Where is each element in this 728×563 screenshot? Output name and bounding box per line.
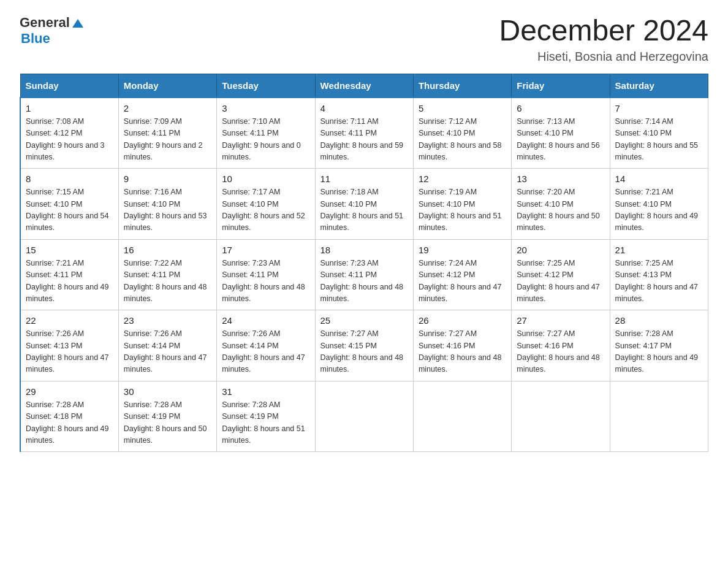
header-cell-tuesday: Tuesday [217,74,315,98]
day-number: 19 [419,245,506,255]
day-number: 27 [517,315,604,326]
day-info: Sunrise: 7:24 AMSunset: 4:12 PMDaylight:… [419,259,502,303]
calendar-week-5: 29 Sunrise: 7:28 AMSunset: 4:18 PMDaylig… [20,381,708,452]
day-info: Sunrise: 7:11 AMSunset: 4:11 PMDaylight:… [320,117,404,161]
day-info: Sunrise: 7:09 AMSunset: 4:11 PMDaylight:… [124,117,203,161]
day-number: 13 [517,174,604,184]
day-number: 28 [615,315,703,326]
day-number: 20 [517,245,604,255]
calendar-cell: 26 Sunrise: 7:27 AMSunset: 4:16 PMDaylig… [413,310,511,381]
calendar-week-1: 1 Sunrise: 7:08 AMSunset: 4:12 PMDayligh… [20,98,708,169]
header-cell-wednesday: Wednesday [315,74,413,98]
calendar-cell: 16 Sunrise: 7:22 AMSunset: 4:11 PMDaylig… [118,239,216,310]
page-subtitle: Hiseti, Bosnia and Herzegovina [499,50,708,64]
calendar-cell: 4 Sunrise: 7:11 AMSunset: 4:11 PMDayligh… [315,98,413,169]
day-number: 6 [517,103,604,113]
day-info: Sunrise: 7:21 AMSunset: 4:10 PMDaylight:… [615,188,699,232]
calendar-cell: 14 Sunrise: 7:21 AMSunset: 4:10 PMDaylig… [610,169,708,240]
day-info: Sunrise: 7:28 AMSunset: 4:19 PMDaylight:… [222,400,305,445]
day-info: Sunrise: 7:13 AMSunset: 4:10 PMDaylight:… [517,117,600,161]
day-info: Sunrise: 7:22 AMSunset: 4:11 PMDaylight:… [124,259,207,303]
header-cell-saturday: Saturday [610,74,708,98]
day-number: 10 [222,174,309,184]
day-info: Sunrise: 7:26 AMSunset: 4:13 PMDaylight:… [26,329,109,373]
header-cell-thursday: Thursday [413,74,511,98]
calendar-cell: 27 Sunrise: 7:27 AMSunset: 4:16 PMDaylig… [512,310,610,381]
calendar-cell: 25 Sunrise: 7:27 AMSunset: 4:15 PMDaylig… [315,310,413,381]
calendar-cell: 1 Sunrise: 7:08 AMSunset: 4:12 PMDayligh… [20,98,118,169]
calendar-cell: 6 Sunrise: 7:13 AMSunset: 4:10 PMDayligh… [512,98,610,169]
day-info: Sunrise: 7:08 AMSunset: 4:12 PMDaylight:… [26,117,105,161]
calendar-cell: 7 Sunrise: 7:14 AMSunset: 4:10 PMDayligh… [610,98,708,169]
logo: General Blue [20,15,83,47]
calendar-cell: 29 Sunrise: 7:28 AMSunset: 4:18 PMDaylig… [20,381,118,452]
day-number: 21 [615,245,703,255]
day-number: 18 [320,245,408,255]
calendar-cell [610,381,708,452]
calendar-cell [512,381,610,452]
day-info: Sunrise: 7:27 AMSunset: 4:16 PMDaylight:… [419,329,502,373]
day-number: 7 [615,103,703,113]
calendar-cell: 22 Sunrise: 7:26 AMSunset: 4:13 PMDaylig… [20,310,118,381]
calendar-cell [413,381,511,452]
day-info: Sunrise: 7:23 AMSunset: 4:11 PMDaylight:… [320,259,404,303]
day-number: 8 [26,174,113,184]
logo-blue-text: Blue [21,31,50,47]
day-number: 14 [615,174,703,184]
calendar-cell: 30 Sunrise: 7:28 AMSunset: 4:19 PMDaylig… [118,381,216,452]
day-info: Sunrise: 7:28 AMSunset: 4:19 PMDaylight:… [124,400,207,445]
calendar-cell: 21 Sunrise: 7:25 AMSunset: 4:13 PMDaylig… [610,239,708,310]
calendar-cell: 18 Sunrise: 7:23 AMSunset: 4:11 PMDaylig… [315,239,413,310]
calendar-cell: 17 Sunrise: 7:23 AMSunset: 4:11 PMDaylig… [217,239,315,310]
calendar-cell: 23 Sunrise: 7:26 AMSunset: 4:14 PMDaylig… [118,310,216,381]
day-number: 11 [320,174,408,184]
calendar-cell: 19 Sunrise: 7:24 AMSunset: 4:12 PMDaylig… [413,239,511,310]
day-number: 3 [222,103,309,113]
calendar-week-4: 22 Sunrise: 7:26 AMSunset: 4:13 PMDaylig… [20,310,708,381]
day-info: Sunrise: 7:17 AMSunset: 4:10 PMDaylight:… [222,188,305,232]
day-info: Sunrise: 7:19 AMSunset: 4:10 PMDaylight:… [419,188,502,232]
logo-triangle-icon [72,19,83,28]
calendar-cell: 10 Sunrise: 7:17 AMSunset: 4:10 PMDaylig… [217,169,315,240]
calendar-cell: 3 Sunrise: 7:10 AMSunset: 4:11 PMDayligh… [217,98,315,169]
day-info: Sunrise: 7:16 AMSunset: 4:10 PMDaylight:… [124,188,207,232]
day-info: Sunrise: 7:18 AMSunset: 4:10 PMDaylight:… [320,188,404,232]
day-number: 22 [26,315,113,326]
header-cell-sunday: Sunday [20,74,118,98]
calendar-cell: 2 Sunrise: 7:09 AMSunset: 4:11 PMDayligh… [118,98,216,169]
calendar-header: SundayMondayTuesdayWednesdayThursdayFrid… [20,74,708,98]
day-number: 30 [124,386,211,397]
calendar-cell: 15 Sunrise: 7:21 AMSunset: 4:11 PMDaylig… [20,239,118,310]
calendar-cell: 31 Sunrise: 7:28 AMSunset: 4:19 PMDaylig… [217,381,315,452]
day-number: 16 [124,245,211,255]
calendar-cell: 12 Sunrise: 7:19 AMSunset: 4:10 PMDaylig… [413,169,511,240]
day-info: Sunrise: 7:15 AMSunset: 4:10 PMDaylight:… [26,188,109,232]
day-info: Sunrise: 7:28 AMSunset: 4:18 PMDaylight:… [26,400,109,445]
header-cell-friday: Friday [512,74,610,98]
day-number: 4 [320,103,408,113]
calendar-week-2: 8 Sunrise: 7:15 AMSunset: 4:10 PMDayligh… [20,169,708,240]
calendar-cell [315,381,413,452]
day-info: Sunrise: 7:21 AMSunset: 4:11 PMDaylight:… [26,259,109,303]
title-section: December 2024 Hiseti, Bosnia and Herzego… [499,15,708,64]
day-number: 23 [124,315,211,326]
calendar-cell: 8 Sunrise: 7:15 AMSunset: 4:10 PMDayligh… [20,169,118,240]
day-info: Sunrise: 7:27 AMSunset: 4:15 PMDaylight:… [320,329,404,373]
day-number: 9 [124,174,211,184]
day-number: 29 [26,386,113,397]
calendar-cell: 5 Sunrise: 7:12 AMSunset: 4:10 PMDayligh… [413,98,511,169]
calendar-body: 1 Sunrise: 7:08 AMSunset: 4:12 PMDayligh… [20,98,708,452]
page-header: General Blue December 2024 Hiseti, Bosni… [20,15,708,64]
day-info: Sunrise: 7:26 AMSunset: 4:14 PMDaylight:… [222,329,305,373]
day-number: 15 [26,245,113,255]
day-info: Sunrise: 7:20 AMSunset: 4:10 PMDaylight:… [517,188,600,232]
calendar-cell: 9 Sunrise: 7:16 AMSunset: 4:10 PMDayligh… [118,169,216,240]
day-number: 5 [419,103,506,113]
day-number: 2 [124,103,211,113]
day-info: Sunrise: 7:23 AMSunset: 4:11 PMDaylight:… [222,259,305,303]
day-info: Sunrise: 7:12 AMSunset: 4:10 PMDaylight:… [419,117,502,161]
day-number: 12 [419,174,506,184]
day-info: Sunrise: 7:10 AMSunset: 4:11 PMDaylight:… [222,117,301,161]
logo-general-text: General [20,15,70,31]
day-number: 1 [26,103,113,113]
